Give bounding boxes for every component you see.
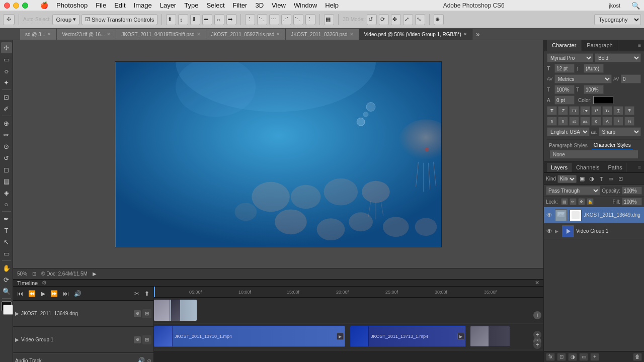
lock-all-icon[interactable]: 🔒 <box>587 198 594 205</box>
fmt-fractions[interactable]: ½ <box>624 117 634 126</box>
transport-rewind[interactable]: ⏮ <box>16 289 24 298</box>
3d-rotate[interactable]: ↺ <box>367 14 377 25</box>
show-transform-checkbox[interactable]: ☑ Show Transform Controls <box>82 14 157 25</box>
workspace-select[interactable]: Typography Essentials Design Painting Ph… <box>594 14 641 25</box>
menu-file[interactable]: File <box>96 2 106 9</box>
3d-pan[interactable]: ✥ <box>391 14 401 25</box>
track-settings-0[interactable]: ⚙ <box>134 310 141 317</box>
fmt-all-caps[interactable]: TT <box>569 106 579 115</box>
filter-adjust-icon[interactable]: ◑ <box>588 175 596 183</box>
tab-layers[interactable]: Layers <box>547 163 572 172</box>
track-settings-1[interactable]: ⚙ <box>134 336 141 343</box>
tab-0[interactable]: sd @ 3... ✕ <box>20 29 57 40</box>
fmt-ligature[interactable]: fi <box>547 117 557 126</box>
tool-path-select[interactable]: ↖ <box>1 236 12 247</box>
timeline-settings-icon[interactable]: ⚙ <box>42 280 47 286</box>
distribute-top[interactable]: ⋮ <box>245 14 255 25</box>
kerning-select[interactable]: Metrics Optical 0 <box>554 74 612 83</box>
timeline-content[interactable]: 05;00f 10;00f 15;00f 20;00f 25;00f 30;00… <box>154 287 543 362</box>
maximize-button[interactable] <box>22 3 28 9</box>
tab-paragraph-styles[interactable]: Paragraph Styles <box>547 142 590 149</box>
add-layer-style[interactable]: fx <box>546 353 555 361</box>
tab-close-5[interactable]: ✕ <box>463 32 467 37</box>
close-button[interactable] <box>4 3 10 9</box>
layers-panel-menu-icon[interactable]: ≡ <box>638 164 641 170</box>
fmt-titling[interactable]: ¹ <box>613 117 623 126</box>
layer-row-1[interactable]: 👁 ▶ Video Group 1 <box>544 223 644 239</box>
tool-spot-heal[interactable]: ⊕ <box>1 118 12 129</box>
tool-magic-wand[interactable]: ✦ <box>1 77 12 88</box>
fmt-discretionary-liga[interactable]: fl <box>558 117 568 126</box>
menu-filter[interactable]: Filter <box>233 2 248 9</box>
transport-lift[interactable]: ⬆ <box>143 289 150 298</box>
layer-row-0[interactable]: 👁 JKOST_2011_13649.dng <box>544 207 644 223</box>
tab-1[interactable]: Vector23.tif @ 16... ✕ <box>57 29 116 40</box>
tool-eraser[interactable]: ◻ <box>1 164 12 175</box>
distribute-vc[interactable]: ⋱ <box>257 14 267 25</box>
tab-paths[interactable]: Paths <box>604 163 627 172</box>
lock-transparent-icon[interactable]: ▤ <box>561 198 568 205</box>
transport-prev-frame[interactable]: ⏪ <box>27 289 37 298</box>
track-add-media-0[interactable]: ⊞ <box>142 309 151 318</box>
3d-slide[interactable]: ⤢ <box>403 14 413 25</box>
char-panel-menu-icon[interactable]: ≡ <box>638 43 641 48</box>
audio-settings-icon[interactable]: ⚙ <box>147 358 151 363</box>
move-tool[interactable]: ✢ <box>3 14 15 25</box>
align-top[interactable]: ⬆ <box>166 14 176 25</box>
tool-eyedropper[interactable]: ✐ <box>1 103 12 114</box>
menu-window[interactable]: Window <box>294 2 317 9</box>
audio-mute-icon[interactable]: 🔊 <box>137 357 145 362</box>
layer-expand-1[interactable]: ▶ <box>555 229 560 234</box>
tab-character-styles[interactable]: Character Styles <box>592 141 633 149</box>
filter-type-icon[interactable]: T <box>597 175 605 183</box>
font-family-select[interactable]: Myriad Pro <box>547 53 593 62</box>
menu-help[interactable]: Help <box>325 2 339 9</box>
tool-gradient[interactable]: ▤ <box>1 175 12 187</box>
filter-smart-icon[interactable]: ⊡ <box>616 175 624 183</box>
add-audio-track[interactable]: + <box>533 341 541 349</box>
3d-axis[interactable]: ⊕ <box>434 14 444 25</box>
play-button[interactable]: ▶ <box>93 271 97 277</box>
menu-type[interactable]: Type <box>184 2 198 9</box>
clip-end-0[interactable]: ▶ <box>337 333 344 340</box>
distribute-hc[interactable]: ⋱ <box>293 14 303 25</box>
tracking-input[interactable] <box>621 74 641 83</box>
tab-close-2[interactable]: ✕ <box>197 32 201 37</box>
tab-close-0[interactable]: ✕ <box>47 32 51 37</box>
scale-v-input[interactable] <box>584 85 604 94</box>
distribute-right[interactable]: ⋮ <box>305 14 315 25</box>
menu-select[interactable]: Select <box>206 2 224 9</box>
tool-pen[interactable]: ✒ <box>1 213 12 224</box>
menu-photoshop[interactable]: Photoshop <box>56 2 88 9</box>
transport-audio[interactable]: 🔊 <box>73 289 83 298</box>
tab-3[interactable]: JKOST_2011_05927Iris.psd ✕ <box>206 29 286 40</box>
minimize-button[interactable] <box>13 3 19 9</box>
fmt-old-style[interactable]: st <box>569 117 579 126</box>
track-expand-0[interactable]: ▶ <box>15 311 19 316</box>
menu-edit[interactable]: Edit <box>114 2 125 9</box>
track-add-media-1[interactable]: ⊞ <box>142 335 151 344</box>
tab-close-3[interactable]: ✕ <box>276 32 280 37</box>
layer-visibility-0[interactable]: 👁 <box>546 212 553 219</box>
tool-rotate-view[interactable]: ⟳ <box>1 274 12 285</box>
transport-end[interactable]: ⏭ <box>62 289 70 298</box>
tool-move[interactable]: ✢ <box>1 42 12 53</box>
tab-close-4[interactable]: ✕ <box>350 32 354 37</box>
tab-4[interactable]: JKOST_2011_03268.psd ✕ <box>286 29 359 40</box>
language-select[interactable]: English: USA <box>547 127 590 136</box>
kind-select[interactable]: Kind Name Effect Mode Attribute Color <box>557 175 577 183</box>
add-mask[interactable]: ⊡ <box>557 353 566 361</box>
tool-background-color[interactable] <box>3 305 13 315</box>
fill-input[interactable] <box>622 198 642 206</box>
align-left[interactable]: ⬅ <box>202 14 212 25</box>
transport-play[interactable]: ▶ <box>40 289 46 298</box>
tool-lasso[interactable]: ⌾ <box>1 65 12 76</box>
scale-h-input[interactable] <box>554 85 575 94</box>
create-layer[interactable]: + <box>590 353 599 361</box>
canvas-container[interactable] <box>13 40 543 268</box>
clip-1-2[interactable] <box>470 326 510 347</box>
transport-cut[interactable]: ✂ <box>133 289 140 298</box>
timeline-collapse-icon[interactable]: ✕ <box>535 280 539 286</box>
tab-paragraph[interactable]: Paragraph <box>582 40 618 51</box>
fmt-subscript[interactable]: T₁ <box>602 106 612 115</box>
